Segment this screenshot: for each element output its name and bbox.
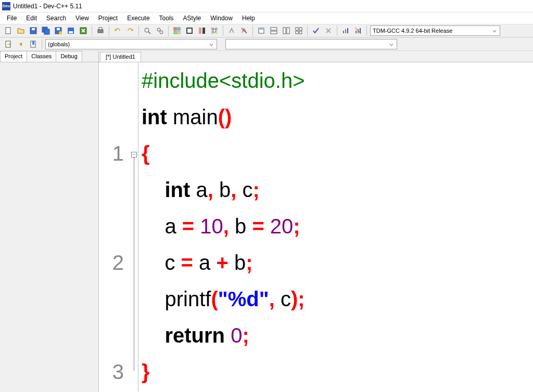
code-token: b (213, 178, 231, 201)
undo-icon[interactable] (112, 25, 123, 36)
svg-rect-12 (99, 28, 102, 30)
code-token: + (216, 251, 228, 274)
menu-file[interactable]: File (2, 13, 21, 23)
code-token: } (142, 360, 150, 383)
tab-project[interactable]: Project (0, 51, 27, 62)
svg-rect-47 (32, 41, 34, 45)
code-token: = (181, 251, 193, 274)
window-title: Untitled1 - Dev-C++ 5.11 (13, 3, 82, 10)
code-editor[interactable]: 1 2 3 4 5 6 7 8 9 − #include<stdio.h>int… (99, 62, 533, 392)
svg-rect-23 (202, 28, 205, 34)
globals-value: (globals) (48, 41, 70, 47)
main-area: Project Classes Debug [*] Untitled1 1 2 … (0, 51, 533, 392)
compile-icon[interactable] (172, 25, 182, 36)
clear-icon[interactable] (323, 25, 334, 36)
svg-rect-19 (177, 31, 180, 34)
debug-icon[interactable] (226, 25, 237, 36)
tab-debug[interactable]: Debug (56, 51, 82, 62)
code-token: ) (291, 288, 298, 310)
svg-rect-35 (296, 28, 298, 30)
separator (337, 25, 337, 36)
code-token: 0 (231, 324, 242, 347)
svg-rect-36 (299, 28, 302, 30)
svg-rect-9 (69, 31, 73, 33)
svg-rect-4 (44, 29, 49, 34)
svg-rect-18 (174, 31, 176, 34)
goto-icon[interactable] (3, 39, 14, 49)
menu-help[interactable]: Help (237, 13, 260, 23)
svg-rect-33 (283, 28, 286, 34)
menu-project[interactable]: Project (94, 13, 122, 23)
code-token: b (229, 215, 252, 238)
svg-point-7 (59, 31, 62, 34)
print-icon[interactable] (95, 25, 106, 36)
globals-dropdown[interactable]: (globals) (45, 39, 217, 49)
tile-v-icon[interactable] (281, 25, 291, 36)
code-body[interactable]: #include<stdio.h>int main(){ int a, b, c… (138, 62, 533, 392)
editor-tab-untitled1[interactable]: [*] Untitled1 (100, 52, 141, 62)
check-icon[interactable] (311, 25, 321, 36)
code-token: #include<stdio.h> (142, 69, 305, 92)
code-token: ) (225, 106, 232, 128)
menu-edit[interactable]: Edit (21, 13, 42, 23)
linenum: 1 (99, 135, 124, 172)
svg-rect-40 (345, 29, 346, 33)
save-as-icon[interactable] (53, 25, 64, 36)
run-icon[interactable] (184, 25, 195, 36)
menu-astyle[interactable]: AStyle (179, 13, 206, 23)
titlebar: Dev Untitled1 - Dev-C++ 5.11 (0, 0, 533, 12)
svg-rect-38 (299, 31, 302, 34)
compiler-value: TDM-GCC 4.9.2 64-bit Release (373, 28, 452, 34)
editor-panel: [*] Untitled1 1 2 3 4 5 6 7 8 9 − #inclu… (99, 51, 533, 392)
stop-debug-icon[interactable] (239, 25, 249, 36)
member-dropdown[interactable] (225, 39, 397, 49)
svg-rect-34 (287, 28, 289, 34)
fold-toggle-icon[interactable]: − (131, 152, 137, 158)
bookmark-icon[interactable] (28, 39, 39, 49)
compile-run-icon[interactable] (197, 25, 207, 36)
app-icon: Dev (2, 2, 10, 10)
svg-rect-41 (347, 28, 348, 33)
code-token: "%d" (218, 288, 269, 310)
code-token: a (193, 251, 216, 274)
new-window-icon[interactable] (256, 25, 266, 36)
save-icon[interactable] (28, 25, 39, 36)
new-file-icon[interactable] (3, 25, 14, 36)
fold-bar: − (130, 62, 138, 392)
linenum: 2 (99, 244, 124, 281)
code-token: 10 (194, 215, 223, 238)
redo-icon[interactable] (125, 25, 135, 36)
menu-tools[interactable]: Tools (155, 13, 179, 23)
separator (223, 25, 223, 36)
menubar: File Edit Search View Project Execute To… (0, 12, 533, 24)
code-token: , (269, 288, 275, 310)
menu-execute[interactable]: Execute (122, 13, 154, 23)
code-token: ; (242, 324, 249, 347)
rebuild-icon[interactable] (209, 25, 220, 36)
replace-icon[interactable] (155, 25, 165, 36)
save-all-icon[interactable] (41, 25, 51, 36)
menu-view[interactable]: View (71, 13, 94, 23)
code-token: c (164, 251, 181, 274)
menu-window[interactable]: Window (206, 13, 237, 23)
code-token: ; (293, 215, 300, 238)
tile-grid-icon[interactable] (294, 25, 304, 36)
delete-profile-icon[interactable] (353, 25, 363, 36)
linenum: 3 (99, 354, 124, 390)
back-icon[interactable] (16, 39, 26, 49)
tab-classes[interactable]: Classes (27, 51, 56, 62)
tile-h-icon[interactable] (269, 25, 279, 36)
close-icon[interactable] (78, 25, 88, 36)
svg-rect-21 (187, 29, 192, 33)
find-icon[interactable] (142, 25, 153, 36)
menu-search[interactable]: Search (42, 13, 71, 23)
editor-tabs: [*] Untitled1 (99, 51, 533, 62)
save-project-icon[interactable] (66, 25, 76, 36)
open-file-icon[interactable] (16, 25, 26, 36)
svg-rect-16 (174, 28, 176, 30)
code-token: , (208, 178, 213, 201)
profile-icon[interactable] (340, 25, 351, 36)
svg-rect-17 (177, 28, 180, 30)
svg-rect-2 (32, 28, 35, 30)
compiler-dropdown[interactable]: TDM-GCC 4.9.2 64-bit Release (370, 25, 500, 36)
